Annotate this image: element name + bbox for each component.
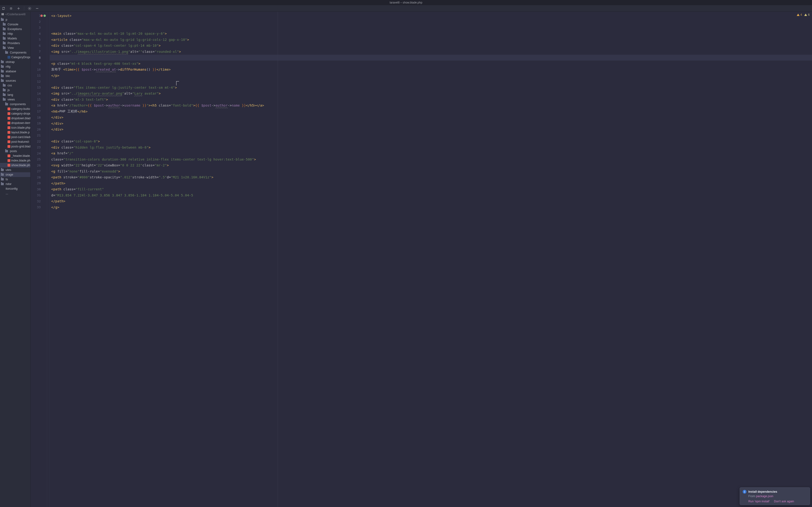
dont-ask-again-link[interactable]: Don't ask again: [774, 500, 794, 503]
code-line[interactable]: </path>: [50, 180, 812, 186]
tree-item[interactable]: ndor: [0, 182, 30, 186]
tree-item[interactable]: otstrap: [0, 60, 30, 64]
tree-item[interactable]: Http: [0, 32, 30, 36]
tree-item[interactable]: View: [0, 46, 30, 50]
tree-item[interactable]: css: [0, 83, 30, 88]
code-line[interactable]: <g fill="none" fill-rule="evenodd">: [50, 168, 812, 174]
code-line[interactable]: [50, 25, 812, 31]
tree-item[interactable]: orage: [0, 172, 30, 177]
tree-item[interactable]: Exceptions: [0, 27, 30, 32]
tree-item[interactable]: atabase: [0, 69, 30, 74]
tree-item[interactable]: posts: [0, 149, 30, 154]
code-line[interactable]: <x-layout>: [50, 13, 812, 19]
code-line[interactable]: <svg width="22" height="22" viewBox="0 0…: [50, 162, 812, 169]
tree-item[interactable]: p: [0, 17, 30, 22]
folder-icon: [3, 89, 7, 92]
tree-item[interactable]: CategoryDropd: [0, 55, 30, 60]
tree-item[interactable]: _header.blade.p: [0, 154, 30, 158]
code-line[interactable]: </p>: [50, 72, 812, 78]
code-line[interactable]: </div>: [50, 126, 812, 133]
code-line[interactable]: <img src="../images/lary-avatar.png" alt…: [50, 91, 812, 97]
tree-item-label: sources: [6, 79, 16, 82]
code-line[interactable]: <div class="ml-3 text-left">: [50, 97, 812, 103]
line-number: 12: [31, 78, 47, 85]
code-line[interactable]: <path class="fill-current": [50, 186, 812, 192]
tree-item[interactable]: post-featured-: [0, 139, 30, 144]
code-line[interactable]: [50, 55, 812, 61]
tree-item[interactable]: components: [0, 102, 30, 107]
line-number: 27: [31, 168, 47, 174]
folder-icon: [3, 98, 7, 101]
line-number: 31: [31, 192, 47, 199]
code-editor[interactable]: 1234567891011121314151617181920212223242…: [31, 12, 812, 507]
code-line[interactable]: <div class="hidden lg:flex justify-betwe…: [50, 144, 812, 151]
tree-item[interactable]: category-butto: [0, 107, 30, 111]
tree-item[interactable]: dropdown.blade: [0, 116, 30, 121]
file-icon: [1, 192, 5, 195]
inspection-widget[interactable]: 4 6: [797, 13, 810, 16]
code-line[interactable]: <article class="max-w-4xl mx-auto lg:gri…: [50, 37, 812, 43]
code-line[interactable]: [50, 78, 812, 85]
tree-item[interactable]: Components: [0, 50, 30, 55]
code-line[interactable]: </div>: [50, 120, 812, 126]
tree-item[interactable]: ts: [0, 177, 30, 182]
tree-item[interactable]: views: [0, 97, 30, 102]
code-line[interactable]: </path>: [50, 199, 812, 205]
line-number: 8: [31, 55, 47, 61]
code-line[interactable]: </g>: [50, 204, 812, 210]
code-area[interactable]: 4 6 <x-layout> <main class="max-w-6xl mx…: [50, 12, 812, 507]
tree-item[interactable]: layout.blade.p: [0, 130, 30, 135]
tree-item[interactable]: itorconfig: [0, 186, 30, 191]
code-line[interactable]: d="M13.854 7.224l-3.847 3.856 3.847 3.85…: [50, 192, 812, 199]
minimize-icon[interactable]: [35, 6, 39, 10]
tree-item[interactable]: icon.blade.php: [0, 125, 30, 130]
tree-item[interactable]: utes: [0, 168, 30, 172]
tree-item[interactable]: nfig: [0, 64, 30, 69]
code-line[interactable]: 发布于 <time>{{ $post->created_at->diffForH…: [50, 67, 812, 73]
code-line[interactable]: <h6>PHP 工程师</h6>: [50, 108, 812, 115]
tree-item-label: components: [10, 103, 26, 106]
project-tree[interactable]: pConsoleExceptionsHttpModelsProvidersVie…: [0, 17, 30, 507]
sync-icon[interactable]: [1, 6, 6, 10]
code-line[interactable]: <div class="flex items-center lg:justify…: [50, 84, 812, 91]
tree-item[interactable]: post-card.blade: [0, 135, 30, 139]
tree-item[interactable]: dropdown-item: [0, 121, 30, 125]
code-line[interactable]: </div>: [50, 115, 812, 121]
code-line[interactable]: <a href="/?author={{ $post->author->user…: [50, 103, 812, 109]
tree-item[interactable]: posts-grid.blad: [0, 144, 30, 149]
tree-item[interactable]: js: [0, 88, 30, 93]
tree-item[interactable]: Models: [0, 36, 30, 41]
code-line[interactable]: <img src="../images/illustration-1.png" …: [50, 49, 812, 55]
tree-item[interactable]: show.blade.php: [0, 163, 30, 168]
run-marker-icon[interactable]: [40, 14, 43, 17]
project-header[interactable]: l8 ~/Code/laravel8: [0, 12, 30, 17]
expand-icon[interactable]: [9, 6, 13, 10]
code-line[interactable]: <a href="/": [50, 151, 812, 157]
collapse-icon[interactable]: [16, 6, 21, 10]
code-line[interactable]: [50, 132, 812, 138]
run-marker-icon[interactable]: [44, 14, 46, 17]
tree-item[interactable]: category-dropd: [0, 111, 30, 116]
tree-item[interactable]: blic: [0, 74, 30, 78]
tree-item[interactable]: Console: [0, 22, 30, 27]
line-number: 16: [31, 103, 47, 109]
code-line[interactable]: <p class="mt-4 block text-gray-400 text-…: [50, 61, 812, 67]
code-line[interactable]: <path stroke="#000" stroke-opacity=".012…: [50, 174, 812, 180]
line-number: 4: [31, 31, 47, 37]
tree-item[interactable]: lang: [0, 93, 30, 97]
code-line[interactable]: <div class="col-span-4 lg:text-center lg…: [50, 43, 812, 49]
line-number: 24: [31, 151, 47, 157]
tree-item[interactable]: Providers: [0, 41, 30, 46]
code-line[interactable]: <main class="max-w-6xl mx-auto mt-10 lg:…: [50, 31, 812, 37]
tree-item[interactable]: index.blade.ph: [0, 158, 30, 163]
typo-warning-count[interactable]: 6: [804, 13, 810, 16]
fold-column: [47, 12, 50, 507]
code-line[interactable]: [50, 19, 812, 25]
code-line[interactable]: class="transition-colors duration-300 re…: [50, 156, 812, 162]
run-npm-install-link[interactable]: Run 'npm install': [748, 500, 770, 503]
code-line[interactable]: <div class="col-span-8">: [50, 138, 812, 145]
tree-item[interactable]: sources: [0, 78, 30, 83]
weak-warning-count[interactable]: 4: [797, 13, 802, 16]
tree-item[interactable]: ...: [0, 191, 30, 196]
gear-icon[interactable]: [28, 6, 32, 10]
